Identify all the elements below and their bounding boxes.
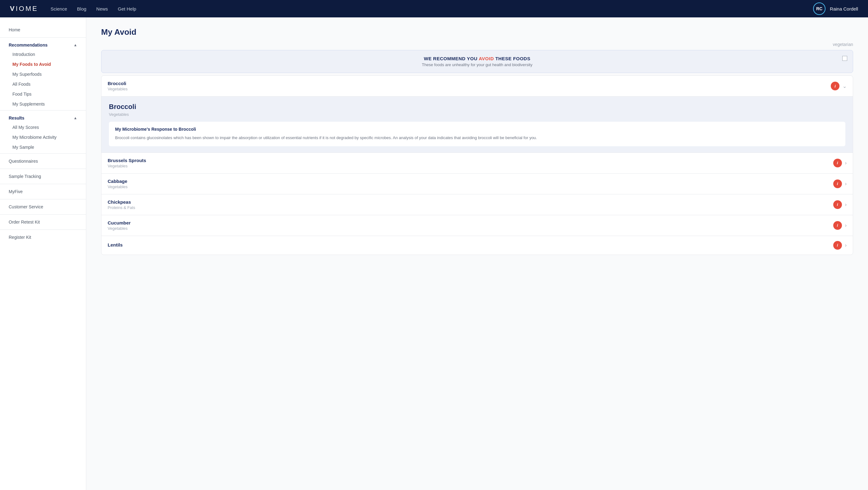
info-button-cucumber[interactable]: i: [833, 221, 842, 230]
sidebar-item-sample-tracking[interactable]: Sample Tracking: [0, 170, 86, 182]
page-title: My Avoid: [101, 27, 853, 37]
chevron-up-icon-2: ▲: [73, 116, 77, 120]
sidebar-section-results[interactable]: Results ▲: [0, 112, 86, 122]
avoid-banner-title: WE RECOMMEND YOU AVOID THESE FOODS: [109, 56, 845, 61]
food-actions-broccoli: i ⌄: [831, 82, 846, 90]
food-name-cucumber: Cucumber: [107, 220, 833, 225]
food-detail-text: Broccoli contains glucosinolates which h…: [115, 135, 839, 141]
sidebar-item-register-kit[interactable]: Register Kit: [0, 231, 86, 243]
sidebar-divider-7: [0, 214, 86, 214]
food-name-broccoli: Broccoli: [107, 81, 831, 86]
foods-list: Broccoli Vegetables i ⌄ Broccoli Vegetab…: [101, 76, 853, 255]
chevron-right-icon-cabbage: ›: [845, 181, 846, 186]
food-actions-cabbage: i ›: [833, 179, 846, 188]
sidebar-divider-5: [0, 184, 86, 184]
food-row-broccoli[interactable]: Broccoli Vegetables i ⌄: [101, 76, 853, 96]
avoid-banner: WE RECOMMEND YOU AVOID THESE FOODS These…: [101, 50, 853, 73]
banner-checkbox[interactable]: [842, 56, 847, 61]
food-row-cabbage[interactable]: Cabbage Vegetables i ›: [101, 174, 853, 194]
sidebar-item-questionnaires[interactable]: Questionnaires: [0, 155, 86, 167]
food-name-lentils: Lentils: [107, 242, 833, 248]
sidebar-divider-6: [0, 199, 86, 199]
food-category-cabbage: Vegetables: [107, 184, 833, 189]
nav-science[interactable]: Science: [51, 6, 67, 11]
food-name-cabbage: Cabbage: [107, 178, 833, 184]
sidebar-link-all-foods[interactable]: All Foods: [0, 79, 86, 89]
food-detail-title: My Microbiome's Response to Broccoli: [115, 127, 839, 132]
avoid-banner-subtitle: These foods are unhealthy for your gut h…: [109, 62, 845, 67]
sidebar-section-recommendations[interactable]: Recommendations ▲: [0, 39, 86, 49]
user-name: Raina Cordell: [830, 6, 858, 11]
sidebar-item-customer-service[interactable]: Customer Service: [0, 201, 86, 213]
sidebar-item-order-retest-kit[interactable]: Order Retest Kit: [0, 216, 86, 228]
chevron-right-icon-chickpeas: ›: [845, 202, 846, 207]
info-button-broccoli[interactable]: i: [831, 82, 839, 90]
food-name-brussels-sprouts: Brussels Sprouts: [107, 158, 833, 163]
page-layout: Home Recommendations ▲ Introduction My F…: [0, 18, 868, 490]
food-actions-lentils: i ›: [833, 241, 846, 250]
food-info-cucumber: Cucumber Vegetables: [107, 220, 833, 231]
info-button-lentils[interactable]: i: [833, 241, 842, 250]
food-info-broccoli: Broccoli Vegetables: [107, 81, 831, 91]
sidebar-divider-3: [0, 153, 86, 154]
viome-logo[interactable]: VIOME: [10, 5, 38, 13]
food-row-cucumber[interactable]: Cucumber Vegetables i ›: [101, 215, 853, 236]
info-button-cabbage[interactable]: i: [833, 179, 842, 188]
nav-get-help[interactable]: Get Help: [118, 6, 136, 11]
food-row-lentils[interactable]: Lentils i ›: [101, 236, 853, 255]
chevron-right-icon-brussels-sprouts: ›: [845, 160, 846, 166]
sidebar-item-myfive[interactable]: MyFive: [0, 185, 86, 198]
food-row-brussels-sprouts[interactable]: Brussels Sprouts Vegetables i ›: [101, 153, 853, 174]
food-expanded-broccoli: Broccoli Vegetables My Microbiome's Resp…: [101, 96, 853, 153]
user-avatar[interactable]: RC: [813, 2, 826, 15]
chevron-up-icon: ▲: [73, 43, 77, 47]
info-button-chickpeas[interactable]: i: [833, 200, 842, 209]
food-category-brussels-sprouts: Vegetables: [107, 164, 833, 168]
food-row-chickpeas[interactable]: Chickpeas Proteins & Fats i ›: [101, 194, 853, 215]
food-expanded-category: Vegetables: [109, 112, 845, 117]
sidebar-divider-1: [0, 37, 86, 37]
sidebar-link-my-foods-to-avoid[interactable]: My Foods to Avoid: [0, 59, 86, 69]
chevron-down-icon-broccoli: ⌄: [843, 83, 846, 89]
food-actions-cucumber: i ›: [833, 221, 846, 230]
sidebar-divider-2: [0, 110, 86, 111]
sidebar-link-introduction[interactable]: Introduction: [0, 49, 86, 59]
food-category-broccoli: Vegetables: [107, 87, 831, 91]
food-category-chickpeas: Proteins & Fats: [107, 205, 833, 210]
food-info-lentils: Lentils: [107, 242, 833, 248]
food-category-cucumber: Vegetables: [107, 226, 833, 231]
chevron-right-icon-cucumber: ›: [845, 223, 846, 228]
sidebar: Home Recommendations ▲ Introduction My F…: [0, 18, 86, 490]
sidebar-link-my-superfoods[interactable]: My Superfoods: [0, 69, 86, 79]
food-detail-section: My Microbiome's Response to Broccoli Bro…: [109, 122, 845, 146]
nav-right: RC Raina Cordell: [813, 2, 858, 15]
sidebar-divider-8: [0, 229, 86, 230]
nav-links: Science Blog News Get Help: [51, 6, 813, 11]
sidebar-link-my-microbiome-activity[interactable]: My Microbiome Activity: [0, 132, 86, 142]
sidebar-link-my-sample[interactable]: My Sample: [0, 142, 86, 152]
chevron-right-icon-lentils: ›: [845, 242, 846, 248]
sidebar-item-home[interactable]: Home: [0, 24, 86, 36]
sidebar-link-food-tips[interactable]: Food Tips: [0, 89, 86, 99]
food-expanded-name: Broccoli: [109, 103, 845, 111]
sidebar-link-all-my-scores[interactable]: All My Scores: [0, 122, 86, 132]
nav-news[interactable]: News: [96, 6, 108, 11]
info-button-brussels-sprouts[interactable]: i: [833, 159, 842, 167]
nav-blog[interactable]: Blog: [77, 6, 86, 11]
sidebar-link-my-supplements[interactable]: My Supplements: [0, 99, 86, 109]
diet-tag: vegetarian: [101, 42, 853, 47]
food-name-chickpeas: Chickpeas: [107, 199, 833, 205]
food-actions-brussels-sprouts: i ›: [833, 159, 846, 167]
food-info-cabbage: Cabbage Vegetables: [107, 178, 833, 189]
food-actions-chickpeas: i ›: [833, 200, 846, 209]
food-info-brussels-sprouts: Brussels Sprouts Vegetables: [107, 158, 833, 168]
sidebar-divider-4: [0, 169, 86, 169]
main-content: My Avoid vegetarian WE RECOMMEND YOU AVO…: [86, 18, 868, 490]
top-navigation: VIOME Science Blog News Get Help RC Rain…: [0, 0, 868, 18]
food-info-chickpeas: Chickpeas Proteins & Fats: [107, 199, 833, 210]
